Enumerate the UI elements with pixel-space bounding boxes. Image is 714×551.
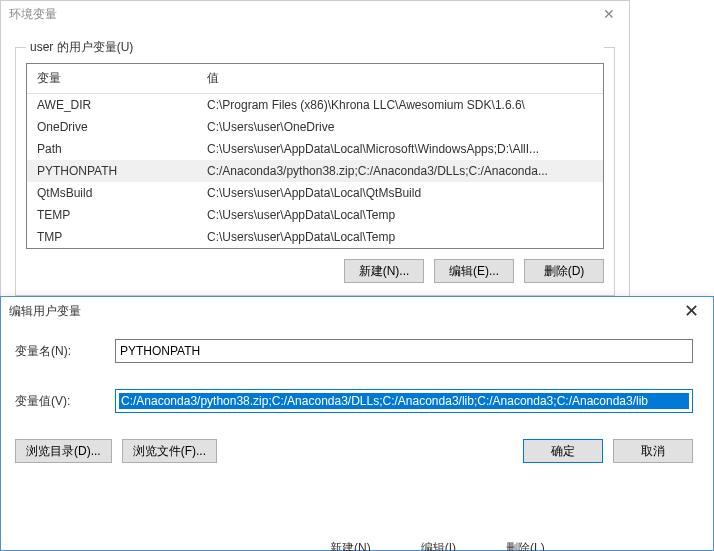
browse-dir-button[interactable]: 浏览目录(D)... (15, 439, 112, 463)
sys-edit-button[interactable]: 编辑(I) (411, 540, 466, 551)
var-value-row: 变量值(V): C:/Anaconda3/python38.zip;C:/Ana… (15, 389, 693, 413)
var-value-cell: C:\Users\user\AppData\Local\QtMsBuild (197, 182, 603, 204)
col-variable[interactable]: 变量 (27, 64, 197, 94)
var-name-cell: Path (27, 138, 197, 160)
dialog-body: user 的用户变量(U) 变量 值 AWE_DIRC:\Program Fil… (1, 27, 629, 306)
col-value[interactable]: 值 (197, 64, 603, 94)
delete-button[interactable]: 删除(D) (524, 259, 604, 283)
partially-obscured-buttons: 新建(N) 编辑(I) 删除(L) (320, 540, 555, 551)
var-name-cell: AWE_DIR (27, 94, 197, 117)
close-icon[interactable]: ✕ (597, 6, 621, 22)
table-row[interactable]: PathC:\Users\user\AppData\Local\Microsof… (27, 138, 603, 160)
var-name-row: 变量名(N): (15, 339, 693, 363)
sys-new-button[interactable]: 新建(N) (320, 540, 381, 551)
user-vars-buttons: 新建(N)... 编辑(E)... 删除(D) (26, 259, 604, 283)
edit-button[interactable]: 编辑(E)... (434, 259, 514, 283)
dialog2-buttons: 浏览目录(D)... 浏览文件(F)... 确定 取消 (15, 439, 693, 467)
var-value-cell: C:\Program Files (x86)\Khrona LLC\Awesom… (197, 94, 603, 117)
dialog-titlebar: 环境变量 ✕ (1, 1, 629, 27)
var-value-label: 变量值(V): (15, 393, 115, 410)
cancel-button[interactable]: 取消 (613, 439, 693, 463)
var-name-cell: OneDrive (27, 116, 197, 138)
table-row[interactable]: PYTHONPATHC:/Anaconda3/python38.zip;C:/A… (27, 160, 603, 182)
dialog2-body: 变量名(N): 变量值(V): C:/Anaconda3/python38.zi… (1, 325, 713, 481)
var-name-label: 变量名(N): (15, 343, 115, 360)
new-button[interactable]: 新建(N)... (344, 259, 424, 283)
var-name-input[interactable] (115, 339, 693, 363)
dialog-title: 环境变量 (9, 6, 57, 23)
table-row[interactable]: TEMPC:\Users\user\AppData\Local\Temp (27, 204, 603, 226)
var-value-selected-text: C:/Anaconda3/python38.zip;C:/Anaconda3/D… (119, 393, 689, 409)
var-value-cell: C:\Users\user\OneDrive (197, 116, 603, 138)
var-value-cell: C:\Users\user\AppData\Local\Microsoft\Wi… (197, 138, 603, 160)
table-header-row[interactable]: 变量 值 (27, 64, 603, 94)
dialog2-titlebar: 编辑用户变量 ✕ (1, 297, 713, 325)
table-row[interactable]: QtMsBuildC:\Users\user\AppData\Local\QtM… (27, 182, 603, 204)
table-row[interactable]: AWE_DIRC:\Program Files (x86)\Khrona LLC… (27, 94, 603, 117)
var-name-cell: PYTHONPATH (27, 160, 197, 182)
user-vars-legend: user 的用户变量(U) (26, 39, 604, 56)
table-row[interactable]: TMPC:\Users\user\AppData\Local\Temp (27, 226, 603, 248)
user-vars-table[interactable]: 变量 值 AWE_DIRC:\Program Files (x86)\Khron… (26, 63, 604, 249)
var-name-cell: TMP (27, 226, 197, 248)
browse-file-button[interactable]: 浏览文件(F)... (122, 439, 217, 463)
edit-user-var-dialog: 编辑用户变量 ✕ 变量名(N): 变量值(V): C:/Anaconda3/py… (0, 296, 714, 551)
dialog2-title: 编辑用户变量 (9, 303, 81, 320)
table-row[interactable]: OneDriveC:\Users\user\OneDrive (27, 116, 603, 138)
user-vars-fieldset: user 的用户变量(U) 变量 值 AWE_DIRC:\Program Fil… (15, 47, 615, 296)
var-name-cell: TEMP (27, 204, 197, 226)
var-name-cell: QtMsBuild (27, 182, 197, 204)
ok-button[interactable]: 确定 (523, 439, 603, 463)
close-icon[interactable]: ✕ (678, 300, 705, 322)
var-value-cell: C:\Users\user\AppData\Local\Temp (197, 204, 603, 226)
var-value-input[interactable]: C:/Anaconda3/python38.zip;C:/Anaconda3/D… (115, 389, 693, 413)
var-value-cell: C:\Users\user\AppData\Local\Temp (197, 226, 603, 248)
var-value-cell: C:/Anaconda3/python38.zip;C:/Anaconda3/D… (197, 160, 603, 182)
sys-delete-button[interactable]: 删除(L) (496, 540, 555, 551)
